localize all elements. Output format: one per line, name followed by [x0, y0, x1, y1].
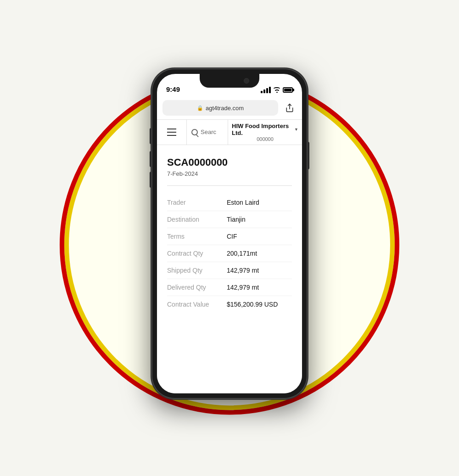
field-label: Terms: [167, 233, 227, 240]
battery-fill: [284, 89, 291, 91]
field-value: Tianjin: [227, 216, 246, 223]
document-id: SCA0000000: [167, 157, 292, 168]
search-icon: [191, 129, 198, 135]
field-value: 142,979 mt: [227, 284, 259, 291]
table-row: TermsCIF: [167, 228, 292, 245]
search-placeholder: Searc: [201, 129, 216, 135]
divider: [167, 185, 292, 186]
document-date: 7-Feb-2024: [167, 170, 292, 177]
url-text: agt4trade.com: [206, 105, 244, 112]
field-label: Destination: [167, 216, 227, 223]
table-row: Contract Qty200,171mt: [167, 245, 292, 262]
share-icon: [285, 103, 294, 112]
field-label: Contract Qty: [167, 250, 227, 257]
table-row: Shipped Qty142,979 mt: [167, 262, 292, 279]
table-row: TraderEston Laird: [167, 194, 292, 211]
table-row: DestinationTianjin: [167, 211, 292, 228]
battery-icon: [283, 87, 293, 93]
search-area[interactable]: Searc: [187, 120, 228, 145]
company-selector[interactable]: HIW Food Importers Ltd. ▼ 000000: [228, 123, 302, 142]
scene: 9:49 🔒: [23, 18, 436, 459]
phone-device: 9:49 🔒: [151, 68, 308, 399]
company-name-display: HIW Food Importers Ltd. ▼: [232, 123, 298, 136]
table-row: Delivered Qty142,979 mt: [167, 279, 292, 296]
chevron-down-icon: ▼: [294, 127, 298, 132]
wifi-icon: [273, 87, 280, 93]
url-bar[interactable]: 🔒 agt4trade.com: [162, 100, 278, 116]
field-value: Eston Laird: [227, 199, 259, 206]
table-row: Contract Value$156,200.99 USD: [167, 296, 292, 313]
phone-screen: 9:49 🔒: [157, 74, 302, 393]
company-id: 000000: [257, 136, 274, 142]
share-button[interactable]: [283, 101, 297, 115]
phone-notch: [200, 74, 259, 88]
status-time: 9:49: [166, 85, 180, 94]
menu-button[interactable]: [157, 120, 187, 145]
hamburger-icon: [167, 129, 176, 136]
field-label: Trader: [167, 199, 227, 206]
lock-icon: 🔒: [197, 105, 203, 111]
field-label: Delivered Qty: [167, 284, 227, 291]
field-value: 142,979 mt: [227, 267, 259, 274]
field-label: Shipped Qty: [167, 267, 227, 274]
fields-container: TraderEston LairdDestinationTianjinTerms…: [167, 194, 292, 313]
signal-bars-icon: [261, 87, 271, 93]
nav-bar: Searc HIW Food Importers Ltd. ▼ 000000: [157, 120, 302, 145]
field-value: $156,200.99 USD: [227, 301, 278, 308]
field-value: 200,171mt: [227, 250, 257, 257]
field-value: CIF: [227, 233, 237, 240]
main-content: SCA0000000 7-Feb-2024 TraderEston LairdD…: [157, 145, 302, 393]
field-label: Contract Value: [167, 301, 227, 308]
status-icons: [261, 87, 293, 94]
browser-bar: 🔒 agt4trade.com: [157, 97, 302, 120]
